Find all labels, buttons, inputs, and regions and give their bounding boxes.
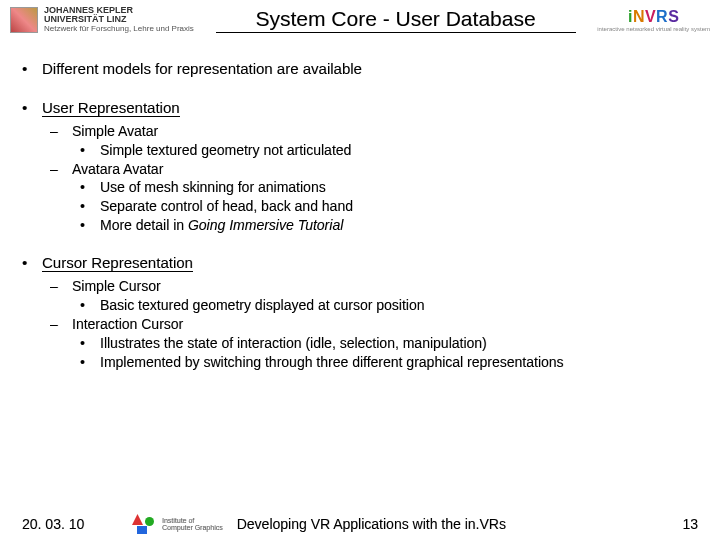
- bullet-marker: •: [22, 253, 42, 273]
- bullet-level3: •Illustrates the state of interaction (i…: [80, 334, 698, 353]
- bullet-level3: •More detail in Going Immersive Tutorial: [80, 216, 698, 235]
- university-tagline: Netzwerk für Forschung, Lehre und Praxis: [44, 25, 194, 33]
- bullet-text: Basic textured geometry displayed at cur…: [100, 296, 425, 315]
- bullet-marker: •: [22, 98, 42, 118]
- bullet-text: User Representation: [42, 98, 180, 118]
- institute-name: Institute ofComputer Graphics: [162, 517, 223, 531]
- bullet-level2-group: –Simple Avatar•Simple textured geometry …: [50, 122, 698, 235]
- bullet-level2: –Simple Cursor: [50, 277, 698, 296]
- page-number: 13: [658, 516, 698, 532]
- bullet-text: Implemented by switching through three d…: [100, 353, 564, 372]
- university-logo-text: JOHANNES KEPLER UNIVERSITÄT LINZ Netzwer…: [44, 6, 194, 33]
- bullet-level1: •User Representation–Simple Avatar•Simpl…: [22, 98, 698, 236]
- bullet-text: Simple textured geometry not articulated: [100, 141, 351, 160]
- bullet-marker: –: [50, 122, 72, 141]
- slide-title: System Core - User Database: [216, 7, 576, 33]
- bullet-text: More detail in Going Immersive Tutorial: [100, 216, 343, 235]
- bullet-level2: –Simple Avatar: [50, 122, 698, 141]
- bullet-text: Interaction Cursor: [72, 315, 183, 334]
- footer-date: 20. 03. 10: [22, 516, 132, 532]
- bullet-marker: •: [80, 197, 100, 216]
- invrs-wordmark-icon: iNVRS: [628, 8, 679, 26]
- bullet-level1: •Different models for representation are…: [22, 59, 698, 79]
- bullet-text: Simple Cursor: [72, 277, 161, 296]
- bullet-level3-group: •Illustrates the state of interaction (i…: [80, 334, 698, 372]
- bullet-level3-group: •Use of mesh skinning for animations•Sep…: [80, 178, 698, 235]
- bullet-marker: •: [80, 216, 100, 235]
- institute-logo-icon: [132, 514, 154, 534]
- bullet-marker: •: [80, 353, 100, 372]
- slide-footer: 20. 03. 10 Institute ofComputer Graphics…: [0, 514, 720, 534]
- bullet-level3: •Implemented by switching through three …: [80, 353, 698, 372]
- bullet-text: Use of mesh skinning for animations: [100, 178, 326, 197]
- bullet-level3-group: •Simple textured geometry not articulate…: [80, 141, 698, 160]
- footer-title: Developing VR Applications with the in.V…: [237, 516, 506, 532]
- bullet-text: Different models for representation are …: [42, 59, 362, 79]
- bullet-level3: •Simple textured geometry not articulate…: [80, 141, 698, 160]
- bullet-marker: –: [50, 315, 72, 334]
- bullet-level3: •Use of mesh skinning for animations: [80, 178, 698, 197]
- bullet-level3-group: •Basic textured geometry displayed at cu…: [80, 296, 698, 315]
- bullet-marker: •: [80, 334, 100, 353]
- bullet-level1: •Cursor Representation–Simple Cursor•Bas…: [22, 253, 698, 372]
- slide-header: JOHANNES KEPLER UNIVERSITÄT LINZ Netzwer…: [0, 0, 720, 37]
- bullet-level3: •Separate control of head, back and hand: [80, 197, 698, 216]
- bullet-marker: –: [50, 160, 72, 179]
- bullet-text: Separate control of head, back and hand: [100, 197, 353, 216]
- university-logo: JOHANNES KEPLER UNIVERSITÄT LINZ Netzwer…: [10, 6, 194, 33]
- bullet-marker: •: [80, 141, 100, 160]
- bullet-text: Simple Avatar: [72, 122, 158, 141]
- bullet-level2-group: –Simple Cursor•Basic textured geometry d…: [50, 277, 698, 371]
- bullet-marker: •: [22, 59, 42, 79]
- bullet-marker: •: [80, 296, 100, 315]
- invrs-logo: iNVRS interactive networked virtual real…: [597, 8, 710, 32]
- bullet-marker: –: [50, 277, 72, 296]
- bullet-text: Avatara Avatar: [72, 160, 163, 179]
- bullet-level3: •Basic textured geometry displayed at cu…: [80, 296, 698, 315]
- bullet-text: Illustrates the state of interaction (id…: [100, 334, 487, 353]
- slide-body: •Different models for representation are…: [0, 37, 720, 372]
- footer-center: Institute ofComputer Graphics Developing…: [132, 514, 658, 534]
- jku-crest-icon: [10, 7, 38, 33]
- bullet-level2: –Interaction Cursor: [50, 315, 698, 334]
- bullet-text: Cursor Representation: [42, 253, 193, 273]
- bullet-level2: –Avatara Avatar: [50, 160, 698, 179]
- invrs-tagline: interactive networked virtual reality sy…: [597, 26, 710, 32]
- bullet-marker: •: [80, 178, 100, 197]
